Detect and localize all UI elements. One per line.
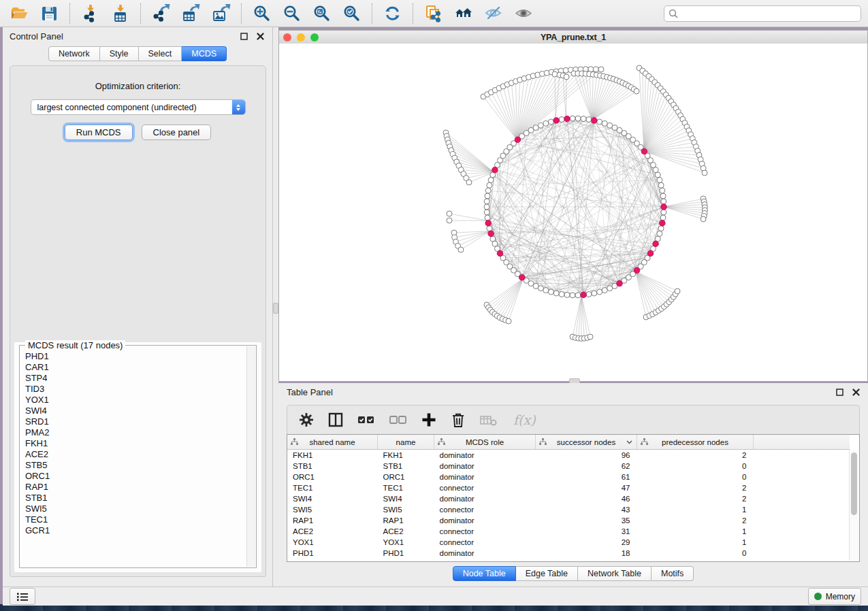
vertical-splitter-grip[interactable]: [273, 303, 278, 314]
column-header-successor-nodes[interactable]: successor nodes: [536, 435, 637, 450]
float-panel-icon[interactable]: [238, 31, 249, 42]
column-header-predecessor-nodes[interactable]: predecessor nodes: [637, 435, 754, 450]
open-session-icon: [10, 4, 30, 23]
column-panel-button[interactable]: [327, 411, 344, 429]
zoom-in-button[interactable]: [249, 3, 275, 24]
table-header-row: shared namenameMCDS rolesuccessor nodesp…: [287, 435, 850, 450]
mcds-result-scrollbar[interactable]: [246, 346, 255, 567]
mcds-result-list[interactable]: PHD1CAR1STP4TID3YOX1SWI4SRD1PMA2FKH1ACE2…: [20, 351, 247, 567]
zoom-selected-icon: [342, 4, 362, 23]
table-row[interactable]: STB1STB1dominator620: [287, 461, 850, 472]
sort-menu-chevron-icon[interactable]: [626, 440, 632, 444]
mcds-node: [660, 220, 666, 227]
task-history-button[interactable]: [10, 588, 35, 605]
export-image-button[interactable]: [208, 3, 234, 24]
network-view-window: YPA_prune.txt_1: [278, 30, 868, 382]
node-table[interactable]: shared namenameMCDS rolesuccessor nodesp…: [287, 434, 860, 562]
table-row[interactable]: SWI4SWI4dominator462: [287, 493, 850, 504]
mcds-result-item[interactable]: YOX1: [25, 395, 247, 406]
mcds-node: [497, 250, 503, 257]
open-session-button[interactable]: [7, 3, 33, 24]
import-network-icon: [80, 4, 101, 23]
network-canvas[interactable]: [279, 44, 867, 381]
vertical-splitter[interactable]: [273, 27, 278, 587]
mcds-node: [519, 274, 525, 280]
export-network-button[interactable]: [148, 3, 174, 24]
mcds-result-item[interactable]: SWI4: [25, 406, 247, 416]
close-panel-button[interactable]: Close panel: [142, 125, 212, 140]
settings-gear-button[interactable]: [298, 411, 315, 429]
table-scrollbar[interactable]: [849, 450, 858, 561]
mcds-result-item[interactable]: PHD1: [25, 351, 247, 362]
mcds-result-item[interactable]: ORC1: [25, 471, 247, 482]
close-panel-icon[interactable]: [255, 31, 266, 42]
run-mcds-button[interactable]: Run MCDS: [65, 125, 133, 140]
zoom-out-button[interactable]: [279, 3, 305, 24]
mcds-result-item[interactable]: SRD1: [25, 416, 247, 427]
float-table-panel-icon[interactable]: [834, 386, 845, 397]
refresh-view-icon: [383, 4, 403, 23]
new-network-from-selection-icon: [423, 4, 444, 23]
close-table-panel-icon[interactable]: [850, 386, 861, 397]
delete-column-button[interactable]: [449, 411, 467, 429]
tab-motifs[interactable]: Motifs: [652, 566, 694, 581]
mcds-result-item[interactable]: FKH1: [25, 438, 247, 449]
zoom-selected-button[interactable]: [339, 3, 365, 24]
table-row[interactable]: YOX1YOX1connector291: [287, 537, 850, 548]
mcds-result-item[interactable]: GCR1: [25, 525, 247, 536]
table-row[interactable]: RAP1RAP1dominator352: [287, 515, 850, 526]
tab-node-table[interactable]: Node Table: [453, 566, 516, 581]
tab-select[interactable]: Select: [139, 46, 182, 61]
save-session-button[interactable]: [37, 3, 63, 24]
column-header-MCDS-role[interactable]: MCDS role: [434, 435, 536, 450]
toolbar-separator: [413, 3, 414, 24]
memory-button[interactable]: Memory: [808, 588, 861, 605]
table-scrollbar-thumb[interactable]: [851, 452, 857, 515]
mcds-result-item[interactable]: CAR1: [25, 362, 247, 373]
hide-selection-button[interactable]: [481, 3, 507, 24]
table-row[interactable]: ACE2ACE2connector311: [287, 526, 850, 537]
mcds-result-item[interactable]: SWI5: [25, 503, 247, 514]
show-all-icon: [513, 4, 534, 23]
mcds-node: [592, 118, 598, 124]
network-window-titlebar[interactable]: YPA_prune.txt_1: [279, 31, 867, 44]
export-table-button[interactable]: [178, 3, 204, 24]
tab-edge-table[interactable]: Edge Table: [516, 566, 578, 581]
first-neighbors-button[interactable]: [451, 3, 477, 24]
mcds-result-item[interactable]: ACE2: [25, 449, 247, 460]
mcds-result-item[interactable]: PMA2: [25, 427, 247, 438]
show-all-button[interactable]: [511, 3, 536, 24]
search-input[interactable]: [681, 8, 856, 19]
refresh-view-button[interactable]: [380, 3, 406, 24]
table-row[interactable]: ORC1ORC1dominator610: [287, 472, 850, 482]
mcds-tab-content: Optimization criterion: largest connecte…: [10, 65, 266, 577]
select-all-button[interactable]: [356, 411, 376, 429]
table-row[interactable]: SWI5SWI5connector431: [287, 504, 850, 515]
column-header-shared-name[interactable]: shared name: [287, 435, 378, 450]
mcds-result-item[interactable]: TID3: [25, 384, 247, 395]
control-panel-title: Control Panel: [10, 31, 63, 42]
mcds-result-item[interactable]: STB5: [25, 460, 247, 471]
mcds-result-item[interactable]: TEC1: [25, 514, 247, 525]
column-header-name[interactable]: name: [378, 435, 434, 450]
search-icon: [669, 9, 678, 18]
mcds-result-item[interactable]: STP4: [25, 373, 247, 384]
import-table-button[interactable]: [108, 3, 133, 24]
table-row[interactable]: PHD1PHD1dominator180: [287, 548, 850, 559]
table-row[interactable]: FKH1FKH1dominator962: [287, 450, 850, 461]
mcds-result-item[interactable]: RAP1: [25, 482, 247, 493]
tab-mcds[interactable]: MCDS: [182, 46, 227, 61]
table-row[interactable]: TEC1TEC1connector472: [287, 482, 850, 493]
mcds-result-item[interactable]: STB1: [25, 493, 247, 503]
tab-style[interactable]: Style: [100, 46, 139, 61]
zoom-fit-button[interactable]: [309, 3, 335, 24]
new-network-from-selection-button[interactable]: [421, 3, 447, 24]
tab-network[interactable]: Network: [48, 46, 100, 61]
mcds-node: [634, 267, 640, 274]
deselect-all-button[interactable]: [388, 411, 408, 429]
add-column-button[interactable]: [420, 411, 438, 429]
search-box[interactable]: [664, 5, 861, 22]
import-network-button[interactable]: [78, 3, 103, 24]
tab-network-table[interactable]: Network Table: [578, 566, 652, 581]
criterion-dropdown[interactable]: largest connected component (undirected): [31, 99, 246, 115]
